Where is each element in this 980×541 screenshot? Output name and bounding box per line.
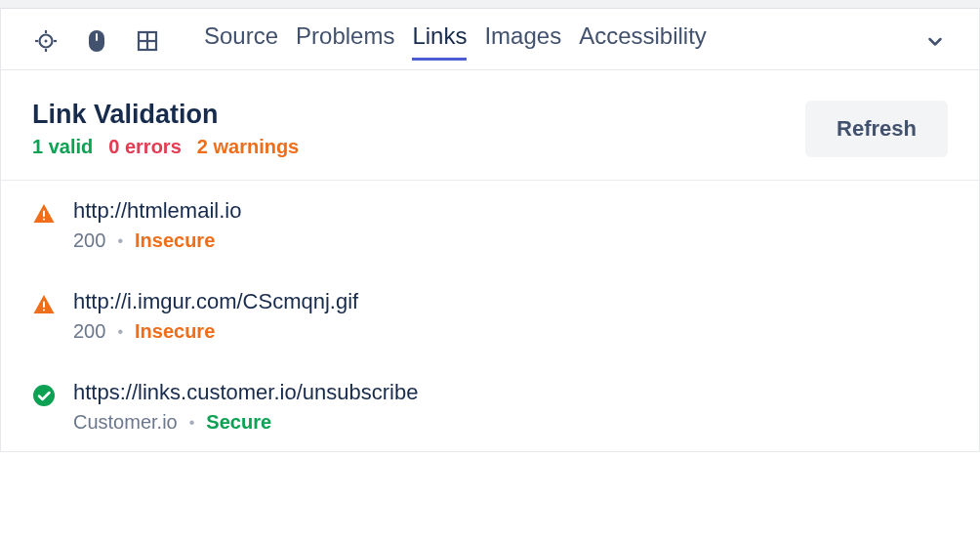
svg-rect-13	[43, 302, 45, 309]
svg-rect-12	[43, 219, 45, 221]
section-header-left: Link Validation 1 valid 0 errors 2 warni…	[32, 100, 299, 158]
collapse-toggle[interactable]	[922, 28, 948, 54]
meta-dot: •	[117, 232, 123, 250]
validation-panel: Source Problems Links Images Accessibili…	[0, 8, 980, 452]
mouse-icon[interactable]	[83, 27, 110, 55]
warning-icon	[32, 293, 56, 316]
link-body: https://links.customer.io/unsubscribe Cu…	[73, 380, 418, 434]
tab-images[interactable]: Images	[484, 22, 561, 60]
tab-links[interactable]: Links	[412, 22, 467, 60]
tab-problems[interactable]: Problems	[296, 22, 394, 60]
link-status: 200	[73, 320, 105, 343]
link-security-label: Insecure	[135, 320, 215, 343]
section-title: Link Validation	[32, 100, 299, 130]
valid-count: 1 valid	[32, 136, 93, 158]
meta-dot: •	[189, 414, 195, 432]
link-meta: 200 • Insecure	[73, 229, 241, 252]
link-row[interactable]: http://i.imgur.com/CScmqnj.gif 200 • Ins…	[32, 289, 948, 343]
toolbar-icons	[32, 27, 161, 55]
tab-source[interactable]: Source	[204, 22, 278, 60]
link-meta: 200 • Insecure	[73, 320, 358, 343]
panel-body: Link Validation 1 valid 0 errors 2 warni…	[1, 70, 979, 451]
svg-point-1	[45, 40, 48, 43]
tab-accessibility[interactable]: Accessibility	[579, 22, 707, 60]
check-icon	[32, 384, 56, 407]
tab-bar: Source Problems Links Images Accessibili…	[204, 22, 707, 60]
warning-icon	[32, 202, 56, 226]
svg-rect-11	[43, 211, 45, 218]
link-row[interactable]: http://htmlemail.io 200 • Insecure	[32, 198, 948, 252]
link-security-label: Secure	[206, 411, 271, 434]
link-url: http://htmlemail.io	[73, 198, 241, 224]
errors-count: 0 errors	[108, 136, 182, 158]
link-meta: Customer.io • Secure	[73, 411, 418, 434]
warnings-count: 2 warnings	[197, 136, 299, 158]
link-url: http://i.imgur.com/CScmqnj.gif	[73, 289, 358, 314]
section-header: Link Validation 1 valid 0 errors 2 warni…	[1, 70, 979, 181]
window-top-strip	[0, 0, 980, 8]
toolbar: Source Problems Links Images Accessibili…	[1, 9, 979, 70]
grid-icon[interactable]	[134, 27, 161, 55]
validation-counts: 1 valid 0 errors 2 warnings	[32, 136, 299, 158]
link-security-label: Insecure	[135, 229, 215, 252]
link-body: http://htmlemail.io 200 • Insecure	[73, 198, 241, 252]
link-status: Customer.io	[73, 411, 178, 434]
link-list: http://htmlemail.io 200 • Insecure	[1, 181, 979, 451]
target-icon[interactable]	[32, 27, 60, 55]
svg-rect-14	[43, 310, 45, 312]
meta-dot: •	[117, 323, 123, 341]
svg-point-15	[33, 385, 55, 406]
link-row[interactable]: https://links.customer.io/unsubscribe Cu…	[32, 380, 948, 434]
refresh-button[interactable]: Refresh	[805, 101, 948, 157]
link-body: http://i.imgur.com/CScmqnj.gif 200 • Ins…	[73, 289, 358, 343]
link-url: https://links.customer.io/unsubscribe	[73, 380, 418, 405]
link-status: 200	[73, 229, 105, 252]
